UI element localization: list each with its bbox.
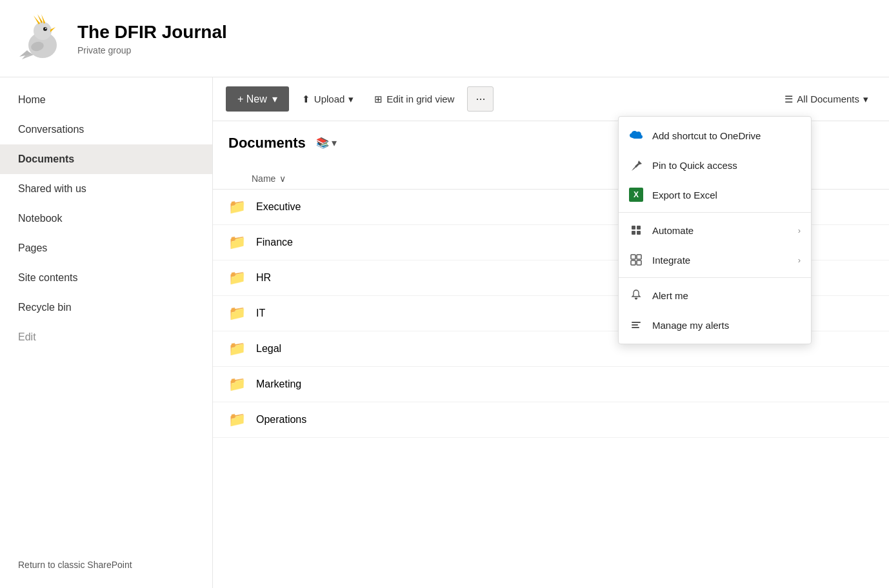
folder-icon: 📁 [228, 340, 246, 357]
sidebar-item-home[interactable]: Home [0, 85, 212, 115]
all-docs-button[interactable]: ☰ All Documents ▾ [777, 88, 876, 110]
folder-name: Marketing [256, 378, 301, 390]
folder-icon: 📁 [228, 270, 246, 286]
folder-name: Legal [256, 343, 281, 355]
all-docs-label: All Documents [797, 93, 859, 104]
sidebar-label-notebook: Notebook [18, 213, 63, 224]
folder-name: IT [256, 308, 265, 319]
sidebar-label-home: Home [18, 94, 46, 106]
folder-icon: 📁 [228, 411, 246, 428]
folder-name: Executive [256, 201, 301, 213]
menu-item-add-shortcut[interactable]: Add shortcut to OneDrive [619, 121, 811, 150]
manage-alerts-label: Manage my alerts [652, 320, 801, 331]
menu-divider-2 [619, 277, 811, 278]
sidebar-label-documents: Documents [18, 153, 74, 165]
ellipsis-icon: ··· [475, 92, 485, 105]
sidebar-footer-label: Return to classic SharePoint [18, 560, 132, 570]
svg-rect-15 [631, 255, 635, 259]
add-shortcut-label: Add shortcut to OneDrive [652, 130, 801, 141]
menu-item-manage-alerts[interactable]: Manage my alerts [619, 310, 811, 340]
toolbar-right: ☰ All Documents ▾ [777, 88, 876, 110]
upload-button[interactable]: ⬆ Upload ▾ [294, 88, 362, 110]
all-docs-chevron-icon: ▾ [863, 93, 868, 105]
site-header: The DFIR Journal Private group [0, 0, 889, 77]
alert-me-label: Alert me [652, 290, 801, 301]
folder-icon: 📁 [228, 305, 246, 322]
sidebar-item-documents[interactable]: Documents [0, 144, 212, 174]
folder-row-operations[interactable]: 📁 Operations [213, 402, 889, 438]
menu-divider-1 [619, 212, 811, 213]
new-button[interactable]: + New ▾ [226, 86, 289, 112]
new-button-label: + New [237, 93, 267, 105]
sidebar-item-notebook[interactable]: Notebook [0, 204, 212, 233]
content-area: + New ▾ ⬆ Upload ▾ ⊞ Edit in grid view ·… [213, 77, 889, 588]
sidebar: Home Conversations Documents Shared with… [0, 77, 213, 588]
pin-quick-access-label: Pin to Quick access [652, 160, 801, 171]
menu-item-alert-me[interactable]: Alert me [619, 280, 811, 310]
svg-rect-18 [637, 260, 641, 265]
menu-item-export-excel[interactable]: X Export to Excel [619, 180, 811, 210]
svg-point-2 [43, 27, 47, 31]
context-menu: Add shortcut to OneDrive Pin to Quick ac… [618, 116, 812, 344]
svg-rect-12 [637, 226, 641, 230]
automate-label: Automate [652, 225, 789, 236]
alert-icon [629, 288, 643, 302]
sidebar-label-pages: Pages [18, 242, 47, 254]
automate-icon [629, 223, 643, 237]
sidebar-item-site-contents[interactable]: Site contents [0, 263, 212, 293]
library-icon: 📚 [316, 137, 329, 149]
main-layout: Home Conversations Documents Shared with… [0, 77, 889, 588]
sidebar-item-shared-with-us[interactable]: Shared with us [0, 174, 212, 204]
svg-rect-21 [632, 327, 639, 328]
upload-icon: ⬆ [302, 93, 310, 105]
site-logo [15, 13, 67, 64]
folder-row-marketing[interactable]: 📁 Marketing [213, 367, 889, 402]
folder-icon: 📁 [228, 376, 246, 393]
svg-rect-20 [632, 324, 638, 326]
new-chevron-icon: ▾ [272, 93, 277, 105]
svg-rect-13 [632, 231, 635, 235]
svg-point-3 [45, 28, 46, 29]
site-info: The DFIR Journal Private group [77, 22, 227, 55]
sidebar-label-site-contents: Site contents [18, 272, 78, 284]
upload-chevron-icon: ▾ [348, 93, 354, 105]
svg-rect-17 [631, 260, 635, 265]
manage-alerts-icon [629, 318, 643, 332]
integrate-label: Integrate [652, 255, 789, 266]
documents-title: Documents [228, 135, 306, 152]
view-icon: ☰ [784, 93, 793, 105]
toolbar: + New ▾ ⬆ Upload ▾ ⊞ Edit in grid view ·… [213, 77, 889, 121]
svg-point-1 [34, 22, 52, 40]
logo-area: The DFIR Journal Private group [15, 13, 227, 64]
edit-grid-label: Edit in grid view [386, 93, 454, 104]
menu-item-automate[interactable]: Automate › [619, 215, 811, 245]
doc-library-button[interactable]: 📚 ▾ [312, 134, 341, 152]
sidebar-label-shared-with-us: Shared with us [18, 183, 86, 195]
svg-rect-14 [637, 231, 641, 235]
menu-item-integrate[interactable]: Integrate › [619, 245, 811, 275]
sidebar-label-recycle-bin: Recycle bin [18, 302, 72, 313]
name-column-header[interactable]: Name ∨ [252, 173, 286, 184]
site-title: The DFIR Journal [77, 22, 227, 43]
edit-grid-button[interactable]: ⊞ Edit in grid view [366, 88, 462, 110]
library-chevron-icon: ▾ [332, 137, 337, 149]
sidebar-item-conversations[interactable]: Conversations [0, 115, 212, 144]
excel-icon: X [629, 188, 643, 202]
upload-label: Upload [314, 93, 345, 104]
sidebar-item-edit[interactable]: Edit [0, 322, 212, 352]
folder-name: HR [256, 272, 271, 284]
sidebar-footer-classic[interactable]: Return to classic SharePoint [0, 549, 212, 580]
ellipsis-button[interactable]: ··· [467, 86, 494, 112]
integrate-chevron-icon: › [798, 255, 801, 265]
sidebar-item-pages[interactable]: Pages [0, 233, 212, 263]
svg-marker-4 [50, 27, 55, 32]
pin-icon [629, 158, 643, 172]
name-sort-icon: ∨ [279, 173, 286, 184]
sidebar-item-recycle-bin[interactable]: Recycle bin [0, 293, 212, 322]
menu-item-pin-quick-access[interactable]: Pin to Quick access [619, 150, 811, 180]
svg-rect-19 [632, 322, 641, 323]
onedrive-icon [629, 128, 643, 142]
site-subtitle: Private group [77, 45, 227, 55]
integrate-icon [629, 253, 643, 267]
sidebar-label-edit: Edit [18, 331, 36, 343]
